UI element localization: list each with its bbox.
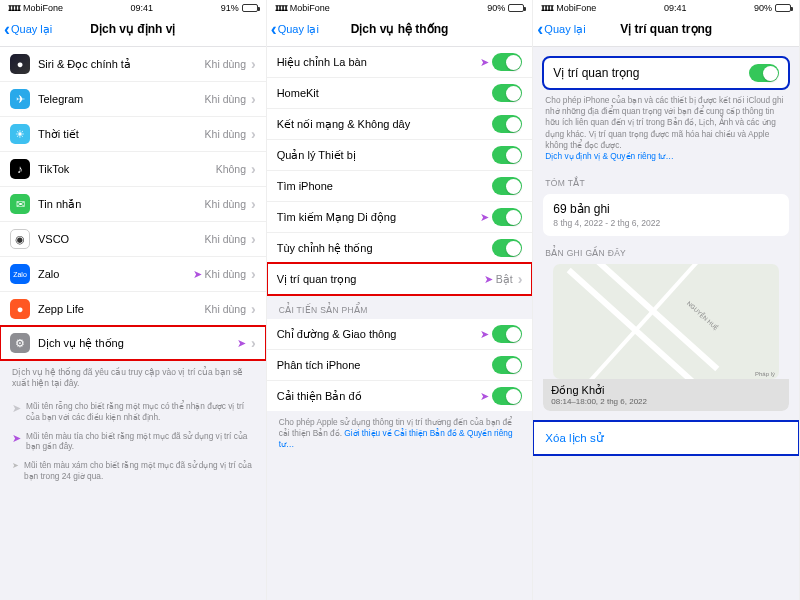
app-row[interactable]: ●Siri & Đọc chính tảKhi dùng [0, 47, 266, 82]
arrow-purple-icon: ➤ [12, 431, 21, 445]
nav-bar: Quay lại Dịch vụ định vị [0, 16, 266, 47]
service-row[interactable]: Quản lý Thiết bị [267, 140, 533, 171]
location-arrow-icon: ➤ [480, 328, 489, 341]
chevron-right-icon [249, 301, 256, 317]
description: Cho phép iPhone của bạn và các thiết bị … [533, 89, 799, 168]
arrow-outline-icon: ➤ [12, 401, 21, 415]
service-row[interactable]: Phân tích iPhone [267, 350, 533, 381]
app-row[interactable]: ♪TikTokKhông [0, 152, 266, 187]
footer-note: Dịch vụ hệ thống đã yêu cầu truy cập vào… [0, 360, 266, 397]
toggle-switch[interactable] [492, 53, 522, 71]
back-button[interactable]: Quay lại [4, 23, 52, 36]
page-title: Dịch vụ hệ thống [351, 22, 449, 36]
arrow-gray-icon: ➤ [12, 460, 19, 471]
toggle-switch[interactable] [492, 208, 522, 226]
service-row[interactable]: Tùy chỉnh hệ thống [267, 233, 533, 263]
app-status: Khi dùng [205, 198, 246, 210]
app-row[interactable]: ●Zepp LifeKhi dùng [0, 292, 266, 326]
app-icon: ◉ [10, 229, 30, 249]
app-icon: Zalo [10, 264, 30, 284]
significant-locations-row[interactable]: Vị trí quan trọng ➤Bật [267, 263, 533, 295]
app-name: Thời tiết [38, 128, 205, 141]
map-preview: NGUYỄN HUỆ Pháp lý [553, 264, 779, 379]
app-icon: ✉ [10, 194, 30, 214]
toggle-label: Vị trí quan trọng [553, 66, 749, 80]
improve-list: Chỉ đường & Giao thông➤Phân tích iPhoneC… [267, 319, 533, 411]
time-label: 09:41 [131, 3, 154, 13]
chevron-right-icon [249, 56, 256, 72]
page-title: Vị trí quan trọng [620, 22, 712, 36]
row-label: Vị trí quan trọng [277, 273, 484, 286]
app-status: Khi dùng [205, 58, 246, 70]
toggle-switch[interactable] [492, 387, 522, 405]
signal-icon [8, 3, 20, 13]
significant-toggle-row[interactable]: Vị trí quan trọng [543, 57, 789, 89]
battery-pct: 90% [754, 3, 772, 13]
summary-box[interactable]: 69 bản ghi 8 thg 4, 2022 - 2 thg 6, 2022 [543, 194, 789, 236]
app-status: Khi dùng [205, 233, 246, 245]
app-name: Tin nhắn [38, 198, 205, 211]
chevron-right-icon [249, 266, 256, 282]
app-icon: ● [10, 299, 30, 319]
toggle-switch[interactable] [492, 84, 522, 102]
privacy-link[interactable]: Dịch vụ định vị & Quyền riêng tư… [545, 151, 673, 161]
footer-description: Cho phép Apple sử dụng thông tin vị trí … [267, 411, 533, 457]
service-row[interactable]: Tìm iPhone [267, 171, 533, 202]
service-name: Phân tích iPhone [277, 359, 493, 371]
screen-significant-locations: MobiFone 09:41 90% Quay lại Vị trí quan … [533, 0, 800, 600]
service-row[interactable]: Chỉ đường & Giao thông➤ [267, 319, 533, 350]
app-status: Khi dùng [205, 268, 246, 280]
location-arrow-icon: ➤ [193, 268, 202, 281]
road-label: NGUYỄN HUỆ [686, 300, 720, 332]
back-button[interactable]: Quay lại [271, 23, 319, 36]
toggle-switch[interactable] [492, 356, 522, 374]
chevron-right-icon [249, 161, 256, 177]
app-name: Zepp Life [38, 303, 205, 315]
app-status: Khi dùng [205, 128, 246, 140]
app-row[interactable]: ✈TelegramKhi dùng [0, 82, 266, 117]
toggle-switch[interactable] [749, 64, 779, 82]
app-row[interactable]: ZaloZalo➤Khi dùng [0, 257, 266, 292]
signal-icon [275, 3, 287, 13]
chevron-right-icon [516, 271, 523, 287]
service-name: Cải thiện Bản đồ [277, 390, 481, 403]
legend-row: ➤Mũi tên rỗng cho biết rằng một mục có t… [0, 397, 266, 427]
carrier-label: MobiFone [556, 3, 596, 13]
toggle-switch[interactable] [492, 115, 522, 133]
service-name: Tìm iPhone [277, 180, 493, 192]
chevron-right-icon [249, 196, 256, 212]
service-row[interactable]: Cải thiện Bản đồ➤ [267, 381, 533, 411]
app-icon: ● [10, 54, 30, 74]
service-name: Quản lý Thiết bị [277, 149, 493, 162]
nav-bar: Quay lại Vị trí quan trọng [533, 16, 799, 47]
battery-pct: 91% [221, 3, 239, 13]
toggle-switch[interactable] [492, 177, 522, 195]
nav-bar: Quay lại Dịch vụ hệ thống [267, 16, 533, 47]
service-row[interactable]: HomeKit [267, 78, 533, 109]
app-row[interactable]: ✉Tin nhắnKhi dùng [0, 187, 266, 222]
app-row[interactable]: ◉VSCOKhi dùng [0, 222, 266, 257]
recent-record[interactable]: NGUYỄN HUỆ Pháp lý Đồng Khởi 08:14–18:00… [543, 262, 789, 411]
back-button[interactable]: Quay lại [537, 23, 585, 36]
toggle-switch[interactable] [492, 239, 522, 257]
service-row[interactable]: Kết nối mạng & Không dây [267, 109, 533, 140]
summary-count: 69 bản ghi [553, 202, 779, 216]
system-services-row[interactable]: ⚙ Dịch vụ hệ thống ➤ [0, 326, 266, 360]
toggle-switch[interactable] [492, 325, 522, 343]
app-name: Telegram [38, 93, 205, 105]
app-row[interactable]: ☀Thời tiếtKhi dùng [0, 117, 266, 152]
time-label: 09:41 [664, 3, 687, 13]
service-row[interactable]: Tìm kiếm Mạng Di động➤ [267, 202, 533, 233]
screen-location-services: MobiFone 09:41 91% Quay lại Dịch vụ định… [0, 0, 267, 600]
service-row[interactable]: Hiệu chỉnh La bàn➤ [267, 47, 533, 78]
toggle-switch[interactable] [492, 146, 522, 164]
battery-pct: 90% [487, 3, 505, 13]
status-bar: MobiFone 09:41 90% [533, 0, 799, 16]
app-name: Zalo [38, 268, 193, 280]
chevron-right-icon [249, 91, 256, 107]
screen-system-services: MobiFone 90% Quay lại Dịch vụ hệ thống H… [267, 0, 534, 600]
carrier-label: MobiFone [23, 3, 63, 13]
app-icon: ♪ [10, 159, 30, 179]
clear-history-button[interactable]: Xóa lịch sử [533, 421, 799, 455]
service-name: HomeKit [277, 87, 493, 99]
